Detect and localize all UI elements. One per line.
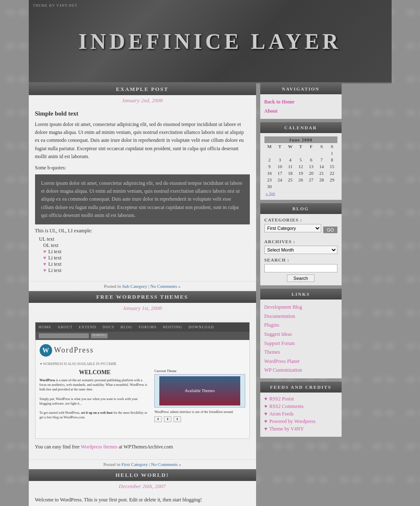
calendar-nav-prev[interactable]: « Jan: [266, 191, 275, 196]
widget-calendar: Calendar June 2008 M T W T F S: [260, 122, 342, 200]
feed-item-1: ♥ RSS2 Comments: [264, 403, 337, 410]
cal-cell: [285, 183, 296, 190]
wp-nav-forums: FORUMS: [139, 325, 157, 329]
comments-link[interactable]: No Comments »: [151, 462, 181, 467]
comments-link[interactable]: No Comments »: [151, 284, 181, 289]
feed-item-4: ♥ Theme by V4NY: [264, 426, 337, 432]
post-header-hello: Hello World!: [29, 469, 256, 481]
hello-body: Welcome to WordPress. This is your first…: [35, 496, 250, 504]
widget-title-feeds: Feeds And Credits: [270, 385, 331, 390]
widget-title-calendar: Calendar: [284, 125, 317, 130]
cal-cell: 29: [327, 176, 337, 183]
cal-cell: [306, 150, 317, 156]
cal-cell: 12: [296, 163, 306, 170]
feed-link-atom[interactable]: Atom Feeds: [269, 411, 294, 417]
categories-select[interactable]: First Category: [264, 224, 322, 232]
link-plugins[interactable]: Plugins: [264, 321, 337, 330]
widget-title-navigation: Navigation: [282, 86, 320, 91]
cal-cell: 7: [317, 156, 327, 163]
footer-prefix: Posted in: [104, 284, 121, 289]
cal-cell: 24: [275, 176, 285, 183]
cal-cell: [317, 150, 327, 156]
cal-cell: 20: [306, 170, 317, 176]
post-hello: Hello World! December 26th, 2007 Welcome…: [29, 469, 256, 506]
cal-cell: [296, 183, 306, 190]
bquotes-label: Some b-quotes:: [35, 165, 250, 171]
search-button[interactable]: Search: [287, 274, 315, 282]
feed-link-theme[interactable]: Theme by V4NY: [269, 426, 304, 432]
post-date-hello: December 26th, 2007: [29, 481, 256, 492]
wp-nav-home: HOME: [39, 325, 52, 329]
wp-themes-link[interactable]: Wordpress themes: [81, 444, 118, 450]
wp-nav-download: DOWNLOAD: [189, 325, 214, 329]
cal-cell: 25: [285, 176, 296, 183]
widget-body-navigation: Back to Home About: [260, 94, 342, 119]
theme-credit: Theme by V4NY.net: [33, 3, 78, 8]
feed-heart-icon: ♥: [264, 403, 267, 410]
post-footer-example: Posted in Sub Category | No Comments »: [29, 281, 256, 291]
cal-cell: 1: [327, 150, 337, 156]
link-wp-customization[interactable]: WP Customization: [264, 366, 337, 375]
link-documentation[interactable]: Documentation: [264, 312, 337, 321]
feed-link-rss2-comments[interactable]: RSS2 Comments: [269, 403, 304, 410]
ol-label: OL text: [43, 242, 250, 249]
search-input[interactable]: [264, 264, 337, 272]
cal-th-f: F: [306, 143, 317, 150]
archives-label: Archives :: [264, 239, 337, 244]
cal-th-w: W: [285, 143, 296, 150]
widget-links: Links Development Blog Documentation Plu…: [260, 289, 342, 378]
site-title: Indefinice Layer: [78, 29, 341, 53]
post-example: Example Post January 2nd, 2008 Simple bo…: [29, 83, 256, 291]
content-area: Example Post January 2nd, 2008 Simple bo…: [29, 83, 256, 506]
category-row: First Category GO: [264, 224, 337, 236]
feed-item-3: ♥ Powered by Wordpress: [264, 418, 337, 425]
category-link[interactable]: First Category: [121, 462, 148, 467]
cal-cell: 19: [296, 170, 306, 176]
wp-right: Current Theme Available Themes WordPress…: [154, 369, 245, 436]
link-development-blog[interactable]: Development Blog: [264, 303, 337, 312]
post-title-hello: Hello World!: [116, 472, 169, 478]
widget-body-blog: Categories : First Category GO Archives …: [260, 214, 342, 285]
cal-th-t: T: [275, 143, 285, 150]
cal-cell: 23: [264, 176, 275, 183]
cal-th-s2: S: [327, 143, 337, 150]
link-support-forum[interactable]: Support Forum: [264, 339, 337, 348]
wp-dl-btn1: ⬇: [154, 416, 162, 422]
wp-nav-extend: EXTEND: [79, 325, 96, 329]
cal-cell: 5: [296, 156, 306, 163]
nav-link-about[interactable]: About: [264, 107, 337, 116]
blockquote: Lorem ipsum dolor sit amet, consectetur …: [35, 174, 250, 224]
widget-body-links: Development Blog Documentation Plugins S…: [260, 300, 342, 378]
wp-body-text: WordPress is a state-of-the-art semantic…: [40, 378, 151, 420]
nav-link-home[interactable]: Back to Home: [264, 98, 337, 107]
wp-search-input: [39, 333, 89, 338]
cal-cell: 10: [275, 163, 285, 170]
list-item: Li text: [43, 261, 250, 267]
post-subtitle: Simple bold text: [35, 110, 250, 117]
cal-cell: 16: [264, 170, 275, 176]
link-wordpress-planet[interactable]: WordPress Planet: [264, 357, 337, 366]
cal-cell: 17: [275, 170, 285, 176]
cal-cell: 11: [285, 163, 296, 170]
cal-cell: 3: [275, 156, 285, 163]
link-themes[interactable]: Themes: [264, 348, 337, 357]
cal-cell: 8: [327, 156, 337, 163]
widget-body-calendar: June 2008 M T W T F S S: [260, 133, 342, 200]
link-suggest-ideas[interactable]: Suggest Ideas: [264, 330, 337, 339]
wp-logo-area: W WordPress: [35, 340, 249, 361]
wp-logo-circle: W: [40, 344, 52, 357]
archives-select[interactable]: Select Month: [264, 246, 337, 254]
cal-cell: [327, 183, 337, 190]
go-button[interactable]: GO: [323, 227, 337, 233]
cal-cell: 13: [306, 163, 317, 170]
cal-cell: 14: [317, 163, 327, 170]
site-header: Theme by V4NY.net Indefinice Layer: [29, 0, 392, 83]
widget-body-feeds: ♥ RSS2 Postst ♥ RSS2 Comments ♥ Atom Fee…: [260, 393, 342, 437]
widget-header-calendar: Calendar: [260, 122, 342, 133]
feed-link-powered[interactable]: Powered by Wordpress: [269, 418, 316, 425]
category-link[interactable]: Sub Category: [122, 284, 147, 289]
footer-prefix: Posted in: [103, 462, 121, 467]
cal-cell: [275, 183, 285, 190]
feed-link-rss2-posts[interactable]: RSS2 Postst: [269, 396, 294, 402]
calendar-table: June 2008 M T W T F S S: [264, 136, 337, 196]
